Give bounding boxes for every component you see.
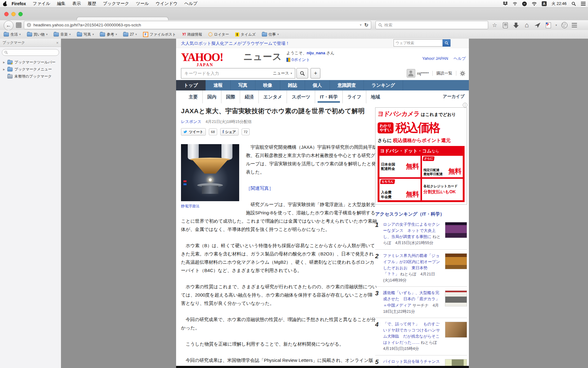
wifi-icon[interactable] xyxy=(532,2,537,6)
ranking-link[interactable]: ロシアの女子学生によるセクシーなダンス ネットで大炎上し、当局が調査する事態に xyxy=(383,222,440,239)
signal-icon[interactable] xyxy=(513,2,517,6)
menu-file[interactable]: ファイル xyxy=(29,0,54,7)
forward-panel-icon[interactable] xyxy=(16,22,21,28)
yodobashi-ad[interactable]: i ヨドバシカメラ はこれまでどおり わかり やすい 税込価格 さらに 税込価格… xyxy=(375,107,467,205)
bookmark-star-icon[interactable]: ☆ xyxy=(491,22,498,29)
news-search-input[interactable] xyxy=(181,68,270,79)
window-zoom-button[interactable] xyxy=(18,12,23,16)
bookmark-transit[interactable]: Y!路線情報 xyxy=(182,32,202,37)
archive-link[interactable]: アーカイブ xyxy=(443,94,465,99)
ranking-thumbnail[interactable] xyxy=(445,253,467,269)
subscriptions-link[interactable]: 購読一覧 xyxy=(436,71,452,76)
sidebar-item-unsorted[interactable]: 未整理のブックマーク xyxy=(0,73,61,80)
bookmark-folder-27[interactable]: 27▾ xyxy=(123,32,137,36)
dropbox-icon[interactable] xyxy=(503,2,508,6)
home-icon[interactable]: ⌂ xyxy=(523,22,530,29)
subnav-local[interactable]: 地域 xyxy=(366,90,385,103)
menu-tools[interactable]: ツール xyxy=(133,0,153,7)
article-source-link[interactable]: レスポンス xyxy=(181,119,202,124)
help-link[interactable]: ヘルプ xyxy=(454,56,466,61)
ranking-thumbnail[interactable] xyxy=(445,222,467,238)
search-category-dropdown[interactable]: ニュース▾ xyxy=(270,68,295,79)
bookmark-folder-life[interactable]: 生活▾ xyxy=(4,32,21,37)
menu-view[interactable]: 表示 xyxy=(69,0,84,7)
menu-bookmarks[interactable]: ブックマーク xyxy=(100,0,133,7)
ad-info-icon[interactable]: i xyxy=(463,103,467,107)
user-id[interactable]: nij***** xyxy=(417,71,429,76)
menu-history[interactable]: 履歴 xyxy=(84,0,100,7)
apple-menu-icon[interactable] xyxy=(3,2,7,6)
url-text[interactable]: headlines.yahoo.co.jp/hl?a=20150421-0000… xyxy=(33,23,357,27)
subnav-sports[interactable]: スポーツ xyxy=(287,90,315,103)
nav-tab-video[interactable]: 映像 xyxy=(255,80,280,90)
ranking-thumbnail[interactable] xyxy=(445,290,467,306)
nav-tab-poll[interactable]: 意識調査 xyxy=(330,80,364,90)
nav-tab-photo[interactable]: 写真 xyxy=(231,80,255,90)
subnav-economy[interactable]: 経済 xyxy=(240,90,258,103)
web-search-input[interactable] xyxy=(394,39,443,47)
sidebar-item-bookmarks-toolbar[interactable]: ▶ ★ ブックマークツールバー xyxy=(0,59,61,66)
bookmark-times[interactable]: タイムズ xyxy=(235,32,256,37)
nav-tab-ranking[interactable]: ランキング xyxy=(364,80,403,90)
subnav-world[interactable]: 国際 xyxy=(221,90,240,103)
bookmark-folder-music[interactable]: 音楽▾ xyxy=(54,32,71,37)
yahoo-news-logo[interactable]: YAHOO! JAPAN ニュース xyxy=(181,52,282,67)
gear-icon[interactable] xyxy=(460,71,465,76)
disclosure-icon[interactable]: ▶ xyxy=(3,61,6,64)
menu-help[interactable]: ヘルプ xyxy=(181,0,201,7)
downloads-icon[interactable] xyxy=(513,22,519,29)
menu-window[interactable]: ウインドウ xyxy=(152,0,181,7)
input-source-icon[interactable]: A xyxy=(542,1,547,6)
bookmark-folder-shopping[interactable]: 買い物▾ xyxy=(27,32,48,37)
window-minimize-button[interactable] xyxy=(11,12,16,16)
window-close-button[interactable] xyxy=(4,12,9,16)
yahoo-japan-link[interactable]: Yahoo! JAPAN xyxy=(422,56,448,61)
sidebar-item-bookmarks-menu[interactable]: ▶ ブックマークメニュー xyxy=(0,66,61,73)
menu-edit[interactable]: 編集 xyxy=(54,0,69,7)
banner-ad-link[interactable]: 大人気ロボット擬人化アニメがブラウザゲームで登場！ xyxy=(181,41,290,46)
menubar-app-name[interactable]: Firefox xyxy=(8,0,29,7)
avatar[interactable] xyxy=(407,69,415,78)
subnav-entertainment[interactable]: エンタメ xyxy=(258,90,287,103)
bookmark-filepost[interactable]: Fファイルポスト xyxy=(143,32,176,37)
tweet-button[interactable]: ツイート xyxy=(181,128,206,136)
feedback-smiley-icon[interactable] xyxy=(561,22,568,29)
nav-tab-personal[interactable]: 個人 xyxy=(305,80,330,90)
menubar-clock[interactable]: 火 22:46 xyxy=(552,1,567,6)
notification-center-icon[interactable] xyxy=(581,2,586,6)
pdf-addon-caret-icon[interactable]: ▾ xyxy=(556,24,557,27)
sidebar-search-input[interactable] xyxy=(2,49,59,56)
nav-tab-flash[interactable]: 速報 xyxy=(206,80,231,90)
disclosure-icon[interactable]: ▶ xyxy=(3,68,6,71)
browser-search-field[interactable]: 検索 xyxy=(375,21,488,29)
bookmarks-panel-icon[interactable] xyxy=(502,22,509,29)
subnav-life[interactable]: ライフ xyxy=(342,90,366,103)
back-button[interactable]: ← xyxy=(4,21,13,30)
url-dropdown-icon[interactable]: ▼ xyxy=(359,23,362,27)
bookmark-folder-work[interactable]: 仕事▾ xyxy=(262,32,279,37)
bookmark-folder-reference[interactable]: 参考▾ xyxy=(100,32,117,37)
sidebar-close-icon[interactable]: × xyxy=(56,40,58,45)
photo-caption-link[interactable]: 静電浮遊法 xyxy=(181,203,239,210)
creative-cloud-icon[interactable]: ∞ xyxy=(522,2,527,6)
reload-icon[interactable]: ↻ xyxy=(364,22,368,28)
ranking-thumbnail[interactable] xyxy=(445,322,467,338)
add-tab-button[interactable]: + xyxy=(311,68,320,79)
bookmark-folder-photo[interactable]: 写真▾ xyxy=(77,32,94,37)
username-link[interactable]: niju_nana xyxy=(307,51,325,55)
menu-hamburger-icon[interactable] xyxy=(572,23,577,28)
nav-tab-magazine[interactable]: 雑誌 xyxy=(280,80,305,90)
url-bar[interactable]: headlines.yahoo.co.jp/hl?a=20150421-0000… xyxy=(24,21,371,29)
web-search-button[interactable] xyxy=(443,39,450,47)
subnav-main[interactable]: 主要 xyxy=(184,90,202,103)
subnav-it-science[interactable]: IT・科学 xyxy=(315,90,342,103)
points-link[interactable]: 0ポイント xyxy=(292,57,310,63)
send-icon[interactable] xyxy=(534,22,541,29)
article-photo[interactable] xyxy=(181,144,239,201)
nav-tab-top[interactable]: トップ xyxy=(176,80,206,90)
subnav-domestic[interactable]: 国内 xyxy=(202,90,221,103)
facebook-share-button[interactable]: f シェア xyxy=(220,128,239,136)
pdf-addon-icon[interactable] xyxy=(545,22,552,29)
news-search-button[interactable] xyxy=(296,68,308,79)
spotlight-icon[interactable] xyxy=(571,2,576,6)
